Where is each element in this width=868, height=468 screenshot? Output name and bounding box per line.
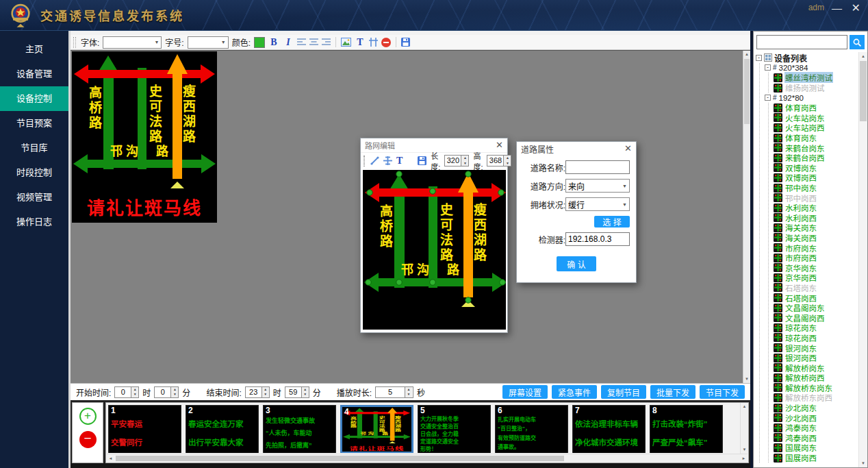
scroll-down-icon[interactable]: ▼ (743, 375, 750, 383)
device-item[interactable]: 邗中岗西 (774, 193, 867, 203)
height-stepper[interactable]: 368▲▼ (487, 155, 511, 167)
action-button-0[interactable]: 屏幕设置 (502, 385, 548, 399)
scroll-up-icon[interactable]: ▲ (859, 52, 867, 60)
device-item[interactable]: 国展岗东 (774, 443, 867, 453)
sidebar-item-3[interactable]: 节目预案 (0, 111, 68, 136)
scroll-up-icon[interactable]: ▲ (741, 403, 748, 410)
align-center-icon[interactable] (309, 38, 318, 47)
tree-vertical-scrollbar[interactable]: ▲ ▼ (858, 52, 867, 467)
scroll-down-icon[interactable]: ▼ (859, 459, 867, 467)
scroll-down-icon[interactable]: ▼ (741, 446, 748, 454)
toolbar-grip[interactable] (73, 37, 76, 48)
duration-stepper[interactable]: 5▲▼ (375, 386, 413, 398)
collapse-icon[interactable]: - (765, 95, 771, 101)
device-item[interactable]: 解放桥岗西 (774, 373, 867, 383)
sidebar-item-6[interactable]: 视频管理 (0, 185, 68, 210)
up-arrow-icon[interactable]: ▲ (405, 387, 412, 393)
scroll-thumb[interactable] (860, 61, 867, 121)
crossroad-icon[interactable] (383, 156, 392, 165)
down-arrow-icon[interactable]: ▼ (504, 161, 511, 167)
device-item[interactable]: 水利岗西 (774, 213, 867, 223)
down-arrow-icon[interactable]: ▼ (171, 392, 178, 397)
save-icon[interactable] (401, 38, 410, 47)
dialog-titlebar[interactable]: 道路属性 ✕ (517, 142, 636, 156)
minimize-icon[interactable]: — (832, 1, 842, 16)
device-item[interactable]: 来鹤台岗东 (774, 143, 867, 153)
congestion-select[interactable]: 缓行▼ (565, 197, 630, 211)
save-icon[interactable] (418, 156, 426, 165)
device-item[interactable]: 解放桥东岗东 (774, 383, 867, 393)
device-item[interactable]: 市府岗西 (774, 253, 867, 263)
font-size-select[interactable]: ▼ (188, 36, 229, 49)
device-item[interactable]: 火车站岗东 (774, 113, 867, 123)
sidebar-item-2[interactable]: 设备控制 (0, 86, 68, 111)
sidebar-item-5[interactable]: 时段控制 (0, 160, 68, 185)
device-item[interactable]: 来鹤台岗西 (774, 153, 867, 163)
end-minute-stepper[interactable]: 59▲▼ (285, 386, 309, 398)
device-item[interactable]: 市府岗东 (774, 243, 867, 253)
up-arrow-icon[interactable]: ▲ (171, 387, 178, 393)
device-item[interactable]: 文昌阁岗东 (774, 303, 867, 313)
device-item[interactable]: 海关岗东 (774, 223, 867, 233)
device-item[interactable]: 螺丝湾桥测试 (774, 73, 867, 83)
logged-in-user[interactable]: adm (808, 3, 824, 12)
down-arrow-icon[interactable]: ▼ (461, 161, 468, 167)
toolbar-grip[interactable] (363, 156, 365, 167)
search-input[interactable] (756, 35, 847, 49)
select-detector-button[interactable]: 选 择 (594, 216, 630, 227)
bold-icon[interactable]: B (268, 37, 279, 48)
insert-image-icon[interactable] (341, 38, 351, 47)
device-item[interactable]: 鸿泰岗西 (774, 433, 867, 443)
action-button-4[interactable]: 节目下发 (700, 385, 745, 399)
scroll-left-icon[interactable]: ◄ (107, 454, 114, 463)
align-left-icon[interactable] (297, 38, 306, 47)
remove-program-icon[interactable]: − (79, 431, 97, 448)
playlist-thumb-2[interactable]: 2春运安全连万家出行平安靠大家 (186, 405, 259, 453)
scroll-thumb[interactable] (744, 59, 750, 124)
sidebar-item-1[interactable]: 设备管理 (0, 62, 68, 86)
up-arrow-icon[interactable]: ▲ (131, 387, 138, 393)
tree-root[interactable]: -设备列表 (756, 53, 867, 63)
device-item[interactable]: 体育岗东 (774, 133, 867, 143)
device-item[interactable]: 双博岗西 (774, 173, 867, 183)
tree-group-1[interactable]: -#192*80 (765, 93, 867, 103)
device-item[interactable]: 鸿泰岗东 (774, 423, 867, 433)
start-hour-stepper[interactable]: 0▲▼ (114, 386, 139, 398)
playlist-thumb-3[interactable]: 3发生轻微交通事故“人未伤，车能动先拍照，后撤离” (263, 405, 336, 453)
collapse-icon[interactable]: - (765, 64, 771, 71)
scroll-thumb[interactable] (116, 456, 564, 461)
end-hour-stepper[interactable]: 23▲▼ (245, 386, 270, 398)
detector-input[interactable] (565, 232, 630, 246)
action-button-2[interactable]: 复制节目 (601, 385, 646, 399)
led-sign-preview[interactable]: 高桥路 史可法路 瘦西湖路 邗沟 路 请礼让斑马线 (342, 407, 411, 452)
font-family-select[interactable]: ▼ (103, 36, 162, 49)
device-item[interactable]: 沙北岗东 (774, 403, 867, 413)
device-item[interactable]: 解放桥岗东 (774, 362, 867, 373)
playlist-horizontal-scrollbar[interactable]: ◄ ► (107, 454, 748, 462)
device-item[interactable]: 双博岗东 (774, 163, 867, 173)
color-swatch[interactable] (254, 37, 265, 48)
road-name-input[interactable] (565, 160, 630, 174)
down-arrow-icon[interactable]: ▼ (262, 392, 269, 397)
action-button-3[interactable]: 批量下发 (650, 385, 695, 399)
playlist-thumb-7[interactable]: 7依法治理非标车辆净化城市交通环境 (572, 405, 646, 453)
device-item[interactable]: 石塔岗西 (774, 293, 867, 303)
draw-road-icon[interactable] (370, 156, 379, 165)
delete-icon[interactable] (381, 38, 391, 47)
device-item[interactable]: 国展岗西 (774, 453, 867, 463)
device-item[interactable]: 银河岗东 (774, 343, 867, 353)
start-minute-stepper[interactable]: 0▲▼ (154, 386, 179, 398)
sidebar-item-0[interactable]: 主页 (0, 37, 68, 62)
control-points[interactable] (363, 170, 506, 330)
confirm-button[interactable]: 确 认 (557, 256, 596, 271)
playlist-thumb-1[interactable]: 1平安春运交警同行 (108, 405, 181, 453)
action-button-1[interactable]: 紧急事件 (552, 385, 597, 399)
length-stepper[interactable]: 320▲▼ (444, 155, 469, 167)
up-arrow-icon[interactable]: ▲ (461, 156, 468, 161)
device-item[interactable]: 文昌阁岗西 (774, 312, 867, 323)
scroll-right-icon[interactable]: ► (740, 454, 748, 463)
sidebar-item-4[interactable]: 节目库 (0, 136, 68, 160)
close-icon[interactable]: ✕ (496, 138, 503, 152)
led-sign-preview[interactable]: 高桥路 史可法路 瘦西湖路 邗沟 路 请礼让斑马线 (72, 51, 217, 223)
device-item[interactable]: 海关岗西 (774, 233, 867, 243)
